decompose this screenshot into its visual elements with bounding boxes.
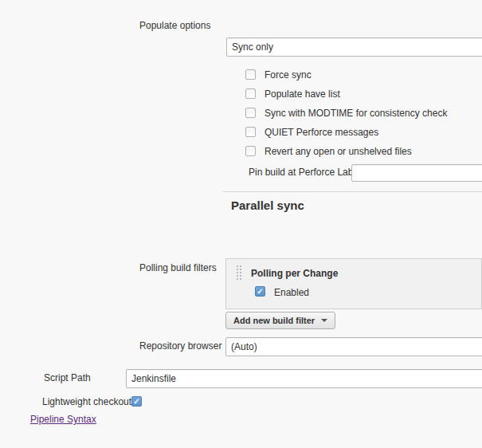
- add-build-filter-button-label: Add new build filter: [233, 316, 315, 325]
- sync-modtime-label: Sync with MODTIME for consistency check: [265, 108, 447, 119]
- revert-open-files-label: Revert any open or unshelved files: [265, 146, 412, 157]
- quiet-messages-label: QUIET Perforce messages: [265, 127, 378, 138]
- quiet-messages-checkbox[interactable]: [245, 127, 256, 137]
- script-path-input[interactable]: [126, 369, 482, 388]
- polling-filter-title: Polling per Change: [251, 268, 338, 279]
- repository-browser-select[interactable]: (Auto): [225, 337, 482, 356]
- polling-filter-panel: [225, 258, 482, 309]
- polling-build-filters-label: Polling build filters: [139, 262, 217, 273]
- script-path-label: Script Path: [44, 372, 91, 383]
- repository-browser-selected-value: (Auto): [231, 341, 257, 352]
- force-sync-checkbox[interactable]: [245, 69, 256, 80]
- revert-open-files-checkbox[interactable]: [245, 146, 256, 156]
- force-sync-label: Force sync: [265, 69, 312, 81]
- populate-mode-selected-value: Sync only: [232, 41, 273, 53]
- populate-have-list-label: Populate have list: [265, 88, 340, 100]
- chevron-down-icon: [321, 319, 327, 322]
- polling-enabled-checkbox[interactable]: [255, 286, 265, 297]
- repository-browser-label: Repository browser: [139, 340, 221, 352]
- parallel-sync-heading: Parallel sync: [231, 198, 304, 212]
- pipeline-syntax-link[interactable]: Pipeline Syntax: [30, 414, 96, 425]
- lightweight-checkout-label: Lightweight checkout: [42, 396, 131, 407]
- populate-mode-select[interactable]: Sync only: [226, 37, 482, 57]
- section-divider: [223, 191, 482, 192]
- sync-modtime-checkbox[interactable]: [245, 108, 256, 118]
- pin-build-input[interactable]: [351, 164, 482, 182]
- populate-options-label: Populate options: [139, 20, 210, 31]
- pin-build-label: Pin build at Perforce Label: [249, 167, 361, 178]
- populate-have-list-checkbox[interactable]: [245, 88, 256, 99]
- polling-enabled-label: Enabled: [274, 287, 309, 298]
- lightweight-checkout-checkbox[interactable]: [131, 396, 142, 407]
- jenkins-pipeline-config-form: Populate options Sync only Force sync Po…: [0, 0, 482, 448]
- add-build-filter-button[interactable]: Add new build filter: [225, 312, 335, 329]
- drag-handle-icon[interactable]: [235, 264, 242, 281]
